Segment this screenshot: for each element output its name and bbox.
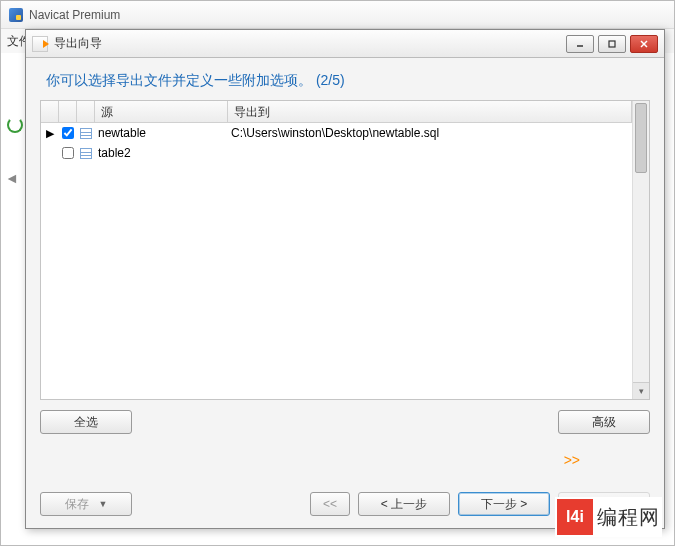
table-row[interactable]: table2 [41, 143, 632, 163]
watermark-logo: l4i 编程网 [555, 497, 662, 537]
row-destination[interactable] [228, 143, 632, 163]
table-icon [80, 148, 92, 159]
maximize-button[interactable] [598, 35, 626, 53]
grid-header-source[interactable]: 源 [95, 101, 228, 122]
export-wizard-dialog: 导出向导 你可以选择导出文件并定义一些附加选项。 (2/5) 源 导出到 [25, 29, 665, 529]
table-icon [80, 128, 92, 139]
collapse-arrow-icon[interactable]: ◄ [5, 170, 19, 186]
table-row[interactable]: ▶ newtable C:\Users\winston\Desktop\newt… [41, 123, 632, 143]
vertical-scrollbar[interactable]: ▾ [632, 101, 649, 399]
main-window: Navicat Premium 文件 ◄ 导出向导 你可以选择导出文件并定义一些… [0, 0, 675, 546]
export-icon [32, 36, 48, 52]
minimize-button[interactable] [566, 35, 594, 53]
logo-text: 编程网 [597, 504, 660, 531]
grid-header-icon [77, 101, 95, 122]
save-button[interactable]: 保存 ▼ [40, 492, 132, 516]
row-destination[interactable]: C:\Users\winston\Desktop\newtable.sql [228, 123, 632, 143]
wizard-step-heading: 你可以选择导出文件并定义一些附加选项。 (2/5) [26, 58, 664, 100]
dialog-title: 导出向导 [54, 35, 102, 52]
last-page-button[interactable]: >> [564, 452, 580, 468]
grid-header-row: 源 导出到 [41, 101, 632, 123]
row-source[interactable]: table2 [95, 143, 228, 163]
select-all-button[interactable]: 全选 [40, 410, 132, 434]
row-checkbox[interactable] [62, 147, 74, 159]
grid-header-checkbox[interactable] [59, 101, 77, 122]
row-source[interactable]: newtable [95, 123, 228, 143]
grid-header-marker[interactable] [41, 101, 59, 122]
main-title: Navicat Premium [29, 1, 120, 29]
advanced-button[interactable]: 高级 [558, 410, 650, 434]
scrollbar-down-icon[interactable]: ▾ [633, 382, 649, 399]
grid-header-export-to[interactable]: 导出到 [228, 101, 632, 122]
grid-body: ▶ newtable C:\Users\winston\Desktop\newt… [41, 123, 632, 163]
row-marker-icon [41, 143, 59, 163]
row-marker-icon: ▶ [41, 123, 59, 143]
logo-mark-icon: l4i [557, 499, 593, 535]
dialog-titlebar[interactable]: 导出向导 [26, 30, 664, 58]
first-page-button[interactable]: << [310, 492, 350, 516]
export-grid: 源 导出到 ▶ newtable C:\Users\winston\Deskto… [40, 100, 650, 400]
row-checkbox[interactable] [62, 127, 74, 139]
next-button[interactable]: 下一步 > [458, 492, 550, 516]
svg-rect-1 [609, 41, 615, 47]
navicat-icon [9, 8, 23, 22]
chevron-down-icon: ▼ [99, 499, 108, 509]
sidebar-fragment: ◄ [5, 55, 25, 155]
main-titlebar: Navicat Premium [1, 1, 674, 29]
previous-button[interactable]: < 上一步 [358, 492, 450, 516]
scrollbar-thumb[interactable] [635, 103, 647, 173]
close-button[interactable] [630, 35, 658, 53]
refresh-icon[interactable] [7, 117, 23, 133]
